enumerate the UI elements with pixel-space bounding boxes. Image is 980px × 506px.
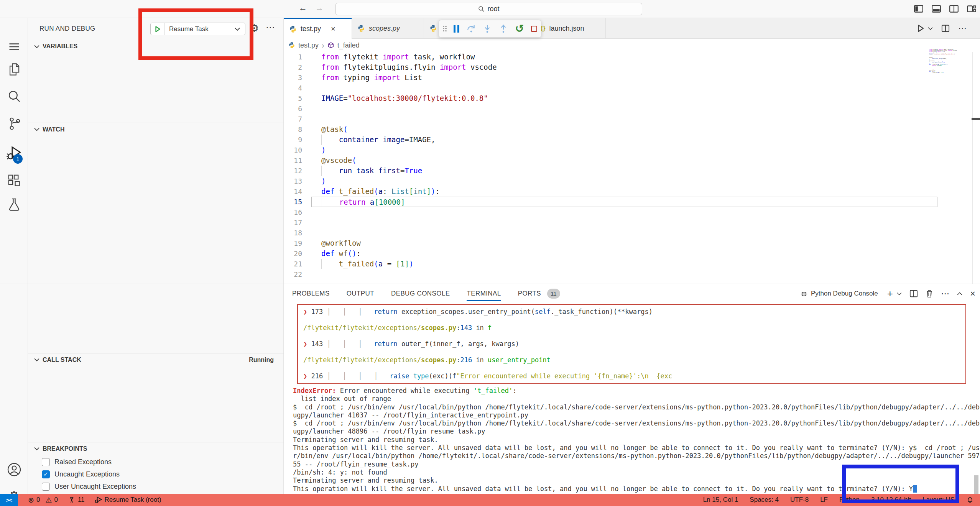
notifications-bell-icon[interactable]	[966, 496, 974, 504]
run-python-file-icon[interactable]	[916, 24, 925, 33]
ports-badge: 11	[547, 289, 560, 299]
problems-status[interactable]: ⊗ 0 ⚠ 0	[28, 496, 58, 504]
encoding[interactable]: UTF-8	[790, 496, 809, 504]
code-line[interactable]: 21 t_failed(a = [1])	[284, 259, 980, 269]
code-line[interactable]: 8@task(	[284, 124, 980, 135]
radio-tower-icon	[68, 496, 76, 504]
code-line[interactable]: 19@workflow	[284, 238, 980, 248]
views-more-icon[interactable]: ⋯	[266, 22, 275, 33]
debug-badge: 1	[13, 154, 23, 164]
breakpoint-raised-exceptions[interactable]: Raised Exceptions	[42, 457, 112, 467]
step-out-icon[interactable]	[499, 24, 508, 33]
eol[interactable]: LF	[820, 496, 828, 504]
step-over-icon[interactable]	[467, 24, 476, 33]
ports-status[interactable]: 11	[68, 496, 85, 504]
split-editor-layout-icon[interactable]	[949, 3, 959, 14]
customize-layout-icon[interactable]	[966, 3, 977, 14]
remote-indicator[interactable]: ><	[0, 494, 18, 506]
command-center-search[interactable]: root	[335, 3, 642, 15]
close-tab-icon[interactable]: ×	[331, 25, 335, 33]
menu-icon[interactable]	[0, 42, 28, 52]
new-terminal-icon[interactable]: +	[887, 288, 893, 300]
code-line[interactable]: 9 container_image=IMAGE,	[284, 135, 980, 145]
explorer-icon[interactable]	[0, 62, 28, 77]
kill-terminal-trash-icon[interactable]	[926, 289, 933, 298]
account-icon[interactable]	[0, 462, 28, 477]
breadcrumb-symbol[interactable]: t_failed	[337, 41, 360, 49]
minimap[interactable]: from flytekit import task, workflowfrom …	[929, 49, 960, 76]
overview-ruler-cursor-mark	[972, 118, 980, 120]
debug-toolbar: ↺	[439, 20, 541, 38]
code-line[interactable]: 10)	[284, 145, 980, 155]
tab-output[interactable]: OUTPUT	[347, 284, 374, 303]
editor-more-icon[interactable]: ⋯	[958, 23, 967, 33]
code-line[interactable]: 6	[284, 104, 980, 114]
back-arrow-icon[interactable]: ←	[297, 3, 309, 13]
code-line[interactable]: 22	[284, 269, 980, 279]
code-line[interactable]: 12 run_task_first=True	[284, 166, 980, 176]
status-bar: >< ⊗ 0 ⚠ 0 11 Resume Task (root) Ln 15, …	[0, 494, 980, 506]
terminal-dropdown-chevron-icon[interactable]	[897, 292, 902, 296]
code-line[interactable]: 11@vscode(	[284, 155, 980, 166]
sidebar-title: RUN AND DEBUG	[39, 25, 95, 33]
terminal-scrollbar[interactable]	[974, 475, 978, 496]
step-into-icon[interactable]	[483, 24, 492, 33]
run-dropdown-chevron-icon[interactable]	[928, 27, 933, 30]
pause-icon[interactable]	[454, 25, 459, 33]
code-line[interactable]: 7	[284, 114, 980, 124]
extensions-icon[interactable]	[0, 174, 28, 187]
code-line[interactable]: 1from flytekit import task, workflow	[284, 52, 980, 62]
python-icon	[288, 42, 295, 49]
symbol-function-icon	[327, 42, 334, 49]
code-line[interactable]: 13)	[284, 176, 980, 186]
tab-scopes-py[interactable]: scopes.py	[352, 18, 424, 39]
code-line[interactable]: 3from typing import List	[284, 72, 980, 83]
code-editor[interactable]: 1from flytekit import task, workflow2fro…	[284, 52, 980, 284]
testing-flask-icon[interactable]	[0, 197, 28, 212]
breadcrumb-file[interactable]: test.py	[298, 41, 319, 49]
debug-session-status[interactable]: Resume Task (root)	[95, 496, 161, 504]
debug-sidebar: RUN AND DEBUG Resume Task ⚙ ⋯ VARIABLES …	[28, 18, 284, 494]
tab-test-py[interactable]: test.py ×	[284, 18, 352, 39]
panel-header: PROBLEMS OUTPUT DEBUG CONSOLE TERMINAL P…	[284, 284, 980, 303]
split-terminal-icon[interactable]	[909, 289, 918, 298]
close-panel-icon[interactable]: ×	[970, 288, 975, 299]
toggle-sidebar-icon[interactable]	[913, 3, 924, 14]
code-line[interactable]: 20def wf():	[284, 248, 980, 259]
breakpoint-user-uncaught-exceptions[interactable]: User Uncaught Exceptions	[42, 481, 136, 492]
section-call-stack[interactable]: CALL STACK Running	[28, 353, 284, 366]
indentation[interactable]: Spaces: 4	[750, 496, 779, 504]
restart-icon[interactable]: ↺	[515, 23, 524, 34]
traceback-box: ❯ 173 │ │ │ return exception_scopes.user…	[297, 304, 966, 384]
checkbox-unchecked[interactable]	[42, 458, 50, 466]
debug-status-icon	[95, 496, 102, 503]
code-line[interactable]: 5IMAGE="localhost:30000/flytekit:0.0.8"	[284, 93, 980, 104]
code-line[interactable]: 16	[284, 207, 980, 217]
toolbar-grip-icon[interactable]	[443, 25, 447, 33]
terminal-instance-label[interactable]: Python Debug Console	[800, 290, 878, 297]
stop-icon[interactable]	[531, 26, 537, 32]
source-control-icon[interactable]	[0, 116, 28, 131]
code-line[interactable]: 14def t_failed(a: List[int]):	[284, 186, 980, 197]
split-editor-icon[interactable]	[941, 24, 950, 33]
tab-debug-console[interactable]: DEBUG CONSOLE	[391, 284, 450, 303]
code-line[interactable]: 2from flytekitplugins.flyin import vscod…	[284, 62, 980, 72]
code-line[interactable]: 15 return a[10000]	[284, 197, 980, 207]
tab-terminal[interactable]: TERMINAL	[467, 284, 501, 303]
search-sidebar-icon[interactable]	[0, 89, 28, 103]
checkbox-unchecked[interactable]	[42, 483, 50, 491]
section-breakpoints[interactable]: BREAKPOINTS	[28, 442, 284, 455]
tab-ports[interactable]: PORTS	[518, 284, 541, 303]
breakpoint-uncaught-exceptions[interactable]: ✓ Uncaught Exceptions	[42, 469, 120, 480]
code-line[interactable]: 18	[284, 228, 980, 238]
code-line[interactable]: 4	[284, 83, 980, 93]
tab-problems[interactable]: PROBLEMS	[292, 284, 330, 303]
cursor-position[interactable]: Ln 15, Col 1	[703, 496, 738, 504]
panel-more-icon[interactable]: ⋯	[941, 289, 949, 299]
toggle-panel-icon[interactable]	[931, 3, 942, 14]
maximize-panel-chevron-icon[interactable]	[957, 292, 962, 296]
checkbox-checked[interactable]: ✓	[42, 470, 50, 478]
code-line[interactable]: 17	[284, 217, 980, 228]
forward-arrow-icon[interactable]: →	[314, 3, 325, 13]
section-watch[interactable]: WATCH	[28, 123, 284, 136]
